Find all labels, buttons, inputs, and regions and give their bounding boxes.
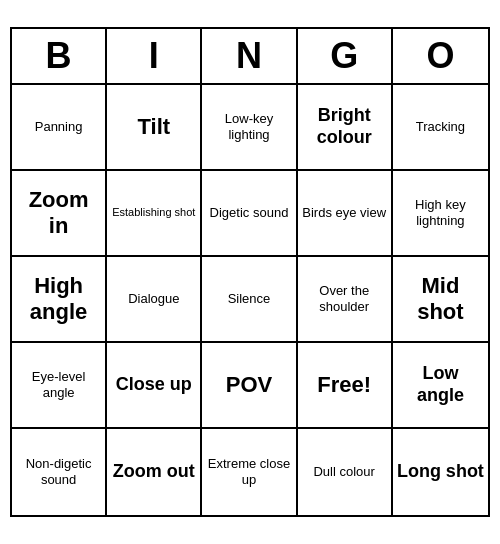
bingo-header: BINGO — [12, 29, 488, 85]
header-letter: G — [298, 29, 393, 83]
bingo-cell: Bright colour — [298, 85, 393, 171]
bingo-cell: Digetic sound — [202, 171, 297, 257]
bingo-cell: Tracking — [393, 85, 488, 171]
bingo-cell: Non-digetic sound — [12, 429, 107, 515]
bingo-cell: Zoom out — [107, 429, 202, 515]
header-letter: N — [202, 29, 297, 83]
bingo-cell: Close up — [107, 343, 202, 429]
bingo-cell: Free! — [298, 343, 393, 429]
bingo-cell: Eye-level angle — [12, 343, 107, 429]
header-letter: O — [393, 29, 488, 83]
bingo-cell: Low-key lighting — [202, 85, 297, 171]
bingo-cell: Long shot — [393, 429, 488, 515]
bingo-cell: Low angle — [393, 343, 488, 429]
bingo-cell: Dialogue — [107, 257, 202, 343]
bingo-cell: Establishing shot — [107, 171, 202, 257]
header-letter: I — [107, 29, 202, 83]
bingo-card: BINGO PanningTiltLow-key lightingBright … — [10, 27, 490, 517]
bingo-cell: Dull colour — [298, 429, 393, 515]
bingo-cell: Silence — [202, 257, 297, 343]
bingo-cell: Mid shot — [393, 257, 488, 343]
bingo-cell: POV — [202, 343, 297, 429]
bingo-cell: High angle — [12, 257, 107, 343]
bingo-cell: Zoom in — [12, 171, 107, 257]
bingo-grid: PanningTiltLow-key lightingBright colour… — [12, 85, 488, 515]
header-letter: B — [12, 29, 107, 83]
bingo-cell: Over the shoulder — [298, 257, 393, 343]
bingo-cell: Birds eye view — [298, 171, 393, 257]
bingo-cell: Extreme close up — [202, 429, 297, 515]
bingo-cell: High key lightning — [393, 171, 488, 257]
bingo-cell: Panning — [12, 85, 107, 171]
bingo-cell: Tilt — [107, 85, 202, 171]
